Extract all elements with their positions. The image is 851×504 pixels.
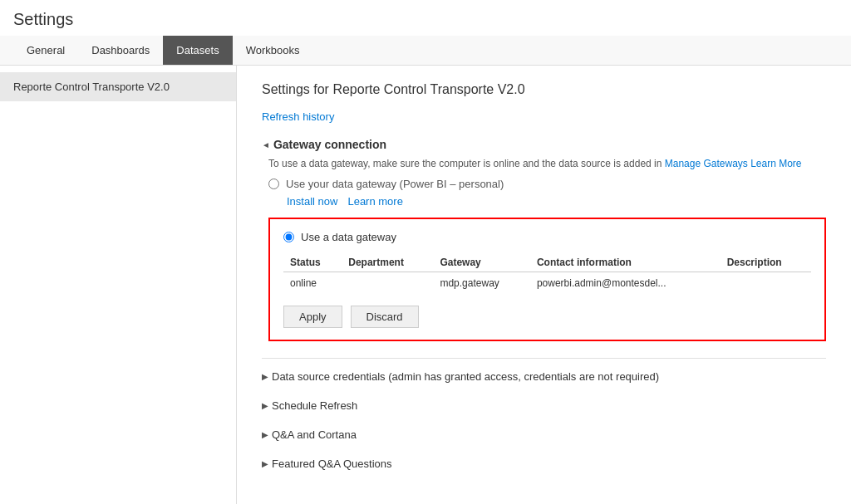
data-gateway-label: Use a data gateway [301,231,396,243]
row-status: online [283,272,342,295]
qa-cortana-header[interactable]: ▶ Q&A and Cortana [262,425,826,444]
manage-gateways-link[interactable]: Manage Gateways [665,158,748,169]
data-source-credentials-header[interactable]: ▶ Data source credentials (admin has gra… [262,367,826,386]
featured-qa-label: Featured Q&A Questions [272,458,392,470]
row-department [342,272,433,295]
schedule-refresh-label: Schedule Refresh [272,399,357,412]
learn-more-link[interactable]: Learn more [347,195,402,208]
col-gateway: Gateway [433,253,529,272]
col-description: Description [721,253,811,272]
sidebar-item-report[interactable]: Reporte Control Transporte V2.0 [0,72,236,101]
content-area: Reporte Control Transporte V2.0 Settings… [0,66,851,504]
install-now-link[interactable]: Install now [287,195,337,208]
schedule-refresh-header[interactable]: ▶ Schedule Refresh [262,396,826,415]
personal-gateway-sub-links: Install now Learn more [287,195,826,208]
personal-gateway-radio[interactable] [268,179,279,189]
tab-dashboards[interactable]: Dashboards [78,36,163,65]
col-status: Status [283,253,342,272]
arrow-right-icon-3: ▶ [262,430,268,439]
page-title: Settings [0,0,851,36]
featured-qa-section: ▶ Featured Q&A Questions [262,454,826,473]
arrow-right-icon-4: ▶ [262,459,268,468]
discard-button[interactable]: Discard [351,306,419,328]
row-gateway: mdp.gateway [433,272,529,295]
featured-qa-header[interactable]: ▶ Featured Q&A Questions [262,454,826,473]
qa-cortana-label: Q&A and Cortana [272,428,357,441]
gateway-section-title: ◄ Gateway connection [262,138,826,151]
button-row: Apply Discard [283,306,811,328]
gateway-arrow-icon: ◄ [262,140,270,149]
gateway-table-header-row: Status Department Gateway Contact inform… [283,253,811,272]
data-gateway-radio-row: Use a data gateway [283,231,811,243]
gateway-section: ◄ Gateway connection To use a data gatew… [262,138,826,341]
tab-workbooks[interactable]: Workbooks [233,36,313,65]
data-source-credentials-section: ▶ Data source credentials (admin has gra… [262,367,826,386]
tabs-bar: General Dashboards Datasets Workbooks [0,36,851,66]
settings-header: Settings for Reporte Control Transporte … [262,82,826,97]
arrow-right-icon-2: ▶ [262,401,268,410]
sidebar: Reporte Control Transporte V2.0 [0,66,237,504]
col-contact: Contact information [530,253,721,272]
col-department: Department [342,253,433,272]
app-container: Settings General Dashboards Datasets Wor… [0,0,851,504]
personal-gateway-label: Use your data gateway (Power BI – person… [286,178,504,190]
row-description [721,272,811,295]
divider-1 [262,358,826,359]
gateway-title-text: Gateway connection [273,138,386,151]
table-row: online mdp.gateway powerbi.admin@montesd… [283,272,811,295]
personal-gateway-option: Use your data gateway (Power BI – person… [268,178,826,190]
main-content: Settings for Reporte Control Transporte … [237,66,851,504]
row-contact: powerbi.admin@montesdel... [530,272,721,295]
data-source-credentials-label: Data source credentials (admin has grant… [272,370,659,383]
gateway-description: To use a data gateway, make sure the com… [268,158,826,169]
tab-datasets[interactable]: Datasets [163,36,232,65]
gateway-table: Status Department Gateway Contact inform… [283,253,811,294]
refresh-history-link[interactable]: Refresh history [262,110,334,123]
qa-cortana-section: ▶ Q&A and Cortana [262,425,826,444]
data-gateway-box: Use a data gateway Status Department Gat… [268,218,826,341]
data-gateway-radio[interactable] [283,232,294,242]
learn-more-inline-link[interactable]: Learn More [750,158,801,169]
tab-general[interactable]: General [13,36,78,65]
apply-button[interactable]: Apply [283,306,342,328]
schedule-refresh-section: ▶ Schedule Refresh [262,396,826,415]
arrow-right-icon-1: ▶ [262,372,268,381]
